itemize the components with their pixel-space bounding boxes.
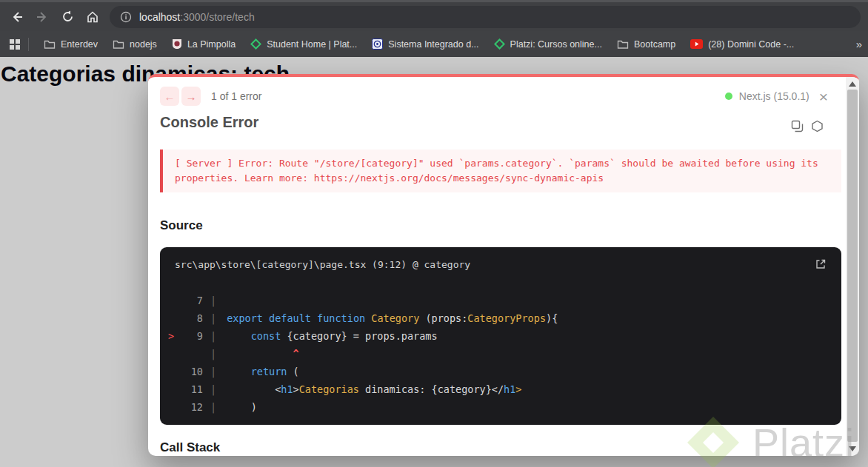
bookmark-item[interactable]: Sistema Integrado d... <box>364 36 486 53</box>
gutter-separator: | <box>210 380 216 398</box>
bookmark-item[interactable]: nodejs <box>105 36 164 53</box>
code-line: 10| return ( <box>160 363 841 380</box>
code-line: | ^ <box>160 345 841 363</box>
scroll-down-arrow-icon[interactable] <box>849 446 856 451</box>
platzi-icon <box>250 38 261 50</box>
line-marker-spacer <box>160 363 182 380</box>
line-number: 12 <box>182 398 203 416</box>
bookmark-label: Student Home | Plat... <box>267 39 357 50</box>
code-text: ) <box>216 398 257 416</box>
line-number: 8 <box>182 309 203 327</box>
reload-button[interactable] <box>55 4 80 30</box>
home-button[interactable] <box>80 4 105 30</box>
folder-icon <box>617 39 629 50</box>
scroll-up-arrow-icon[interactable] <box>849 81 856 87</box>
error-message-line[interactable]: properties. Learn more: https://nextjs.o… <box>175 171 829 186</box>
gutter-separator: | <box>210 327 216 345</box>
line-marker-spacer <box>160 380 182 398</box>
youtube-icon <box>690 39 703 49</box>
dialog-scrollbar[interactable] <box>846 77 859 456</box>
error-actions <box>791 120 824 132</box>
code-text: return ( <box>216 363 299 380</box>
bookmark-item[interactable]: (28) Domini Code -... <box>683 36 801 53</box>
nextjs-version-badge: Next.js (15.0.1) <box>739 90 809 102</box>
page-viewport: Categorias dinamicas: tech ← → 1 of 1 er… <box>0 57 868 467</box>
gutter-separator: | <box>210 292 216 309</box>
bookmark-item[interactable]: Enterdev <box>36 36 105 53</box>
crest-icon <box>172 38 182 50</box>
gutter-separator: | <box>210 309 216 327</box>
site-info-icon[interactable] <box>120 11 132 23</box>
bookmarks-divider <box>28 38 29 51</box>
bookmarks-bar: EnterdevnodejsLa PimpollaStudent Home | … <box>0 31 868 57</box>
browser-toolbar: localhost:3000/store/tech <box>0 0 868 31</box>
bookmark-label: Enterdev <box>61 39 98 50</box>
line-number: 11 <box>182 380 203 398</box>
folder-icon <box>44 39 56 50</box>
line-marker-spacer <box>160 398 182 416</box>
gutter-separator: | <box>210 345 216 363</box>
folder-icon <box>113 39 124 50</box>
bookmark-label: nodejs <box>130 39 157 50</box>
forward-button[interactable] <box>30 4 55 30</box>
line-marker-spacer <box>160 309 182 327</box>
url-path: :3000/store/tech <box>180 11 254 23</box>
bookmark-label: Sistema Integrado d... <box>388 39 478 50</box>
line-marker-spacer <box>160 345 182 363</box>
gutter-separator: | <box>210 363 216 380</box>
nodejs-inspector-icon[interactable] <box>811 120 824 132</box>
code-line: 12| ) <box>160 398 841 416</box>
line-number: 7 <box>182 292 203 309</box>
bookmark-item[interactable]: Bootcamp <box>610 36 683 53</box>
code-text <box>216 292 227 309</box>
code-text: <h1>Categorias dinamicas: {category}</h1… <box>216 380 521 398</box>
bookmark-label: Platzi: Cursos online... <box>510 39 602 50</box>
code-line: >9| const {category} = props.params <box>160 327 841 345</box>
back-button[interactable] <box>4 4 30 30</box>
bookmark-item[interactable]: Student Home | Plat... <box>243 36 364 53</box>
bookmarks-overflow-chevron[interactable]: » <box>856 38 862 50</box>
address-bar[interactable]: localhost:3000/store/tech <box>110 6 861 28</box>
error-line-marker-icon: > <box>160 327 182 345</box>
nextjs-error-dialog: ← → 1 of 1 error Next.js (15.0.1) × Cons… <box>148 74 859 456</box>
reload-icon <box>61 10 74 23</box>
code-line: 11| <h1>Categorias dinamicas: {category}… <box>160 380 841 398</box>
platzi-icon <box>494 38 505 50</box>
back-arrow-icon <box>10 10 24 24</box>
code-line: 8|export default function Category (prop… <box>160 309 841 327</box>
apps-grid-icon[interactable] <box>9 38 21 50</box>
error-type-title: Console Error <box>160 114 258 131</box>
url-host: localhost <box>139 11 180 23</box>
error-count-label: 1 of 1 error <box>211 90 261 102</box>
home-icon <box>86 10 99 24</box>
emblem-icon <box>372 38 383 50</box>
error-message-box: [ Server ] Error: Route "/store/[categor… <box>160 149 841 192</box>
open-in-editor-icon[interactable] <box>815 258 827 270</box>
bookmark-item[interactable]: Platzi: Cursos online... <box>487 36 610 53</box>
call-stack-section-label: Call Stack <box>160 440 220 455</box>
forward-arrow-icon <box>36 10 49 24</box>
bookmark-label: La Pimpolla <box>187 39 236 50</box>
gutter-separator: | <box>210 398 216 416</box>
bookmark-label: Bootcamp <box>634 39 675 50</box>
scrollbar-thumb[interactable] <box>847 90 858 442</box>
status-dot-icon <box>725 93 732 100</box>
copy-error-icon[interactable] <box>791 120 804 132</box>
source-code-frame: src\app\store\[category]\page.tsx (9:12)… <box>160 247 841 425</box>
code-line: 7| <box>160 292 841 309</box>
close-icon[interactable]: × <box>819 89 828 104</box>
code-text: export default function Category (props:… <box>216 309 558 327</box>
code-frame-header: src\app\store\[category]\page.tsx (9:12)… <box>160 247 841 281</box>
next-error-button[interactable]: → <box>181 87 201 106</box>
source-section-label: Source <box>160 218 203 233</box>
code-listing: 7|8|export default function Category (pr… <box>160 281 841 416</box>
previous-error-button[interactable]: ← <box>160 87 179 106</box>
source-file-path[interactable]: src\app\store\[category]\page.tsx (9:12)… <box>175 259 470 270</box>
line-number: 10 <box>182 363 203 380</box>
line-number <box>182 345 203 363</box>
bookmark-item[interactable]: La Pimpolla <box>164 36 243 53</box>
error-dialog-header: ← → 1 of 1 error Next.js (15.0.1) × <box>160 86 828 107</box>
bookmark-label: (28) Domini Code -... <box>708 39 794 50</box>
code-text: ^ <box>216 345 299 363</box>
error-message-line: [ Server ] Error: Route "/store/[categor… <box>175 156 829 171</box>
